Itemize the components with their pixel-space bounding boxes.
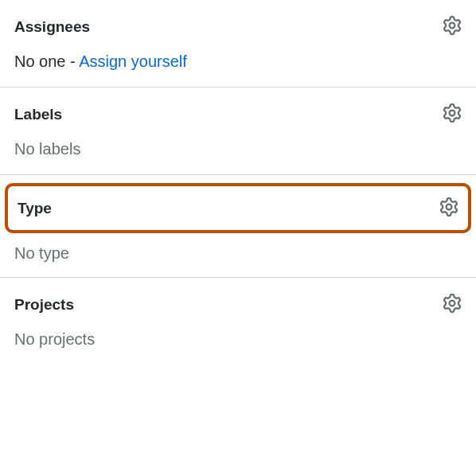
gear-icon [439, 197, 458, 219]
gear-icon [443, 16, 462, 37]
assignees-header: Assignees [14, 16, 462, 37]
labels-settings-button[interactable] [443, 103, 462, 125]
gear-icon [443, 103, 462, 125]
type-highlight-box: Type [5, 183, 471, 233]
type-title: Type [18, 200, 52, 217]
type-section: Type No type [0, 175, 476, 278]
assignees-settings-button[interactable] [443, 16, 462, 37]
type-settings-button[interactable] [439, 197, 458, 219]
projects-none-text: No projects [14, 328, 462, 350]
projects-title: Projects [14, 296, 74, 314]
gear-icon [443, 294, 462, 315]
projects-settings-button[interactable] [443, 294, 462, 315]
assignees-none-text: No one - [14, 53, 79, 70]
labels-title: Labels [14, 106, 62, 123]
type-header: Type [18, 197, 458, 219]
projects-section: Projects No projects [0, 278, 476, 365]
assignees-title: Assignees [14, 18, 90, 36]
type-none-text: No type [0, 233, 476, 263]
labels-none-text: No labels [14, 138, 462, 160]
labels-section: Labels No labels [0, 88, 476, 175]
assignees-section: Assignees No one - Assign yourself [0, 0, 476, 88]
assign-yourself-link[interactable]: Assign yourself [79, 53, 187, 70]
projects-header: Projects [14, 294, 462, 315]
labels-header: Labels [14, 103, 462, 125]
issue-sidebar: Assignees No one - Assign yourself Label… [0, 0, 476, 365]
assignees-body: No one - Assign yourself [14, 50, 462, 72]
